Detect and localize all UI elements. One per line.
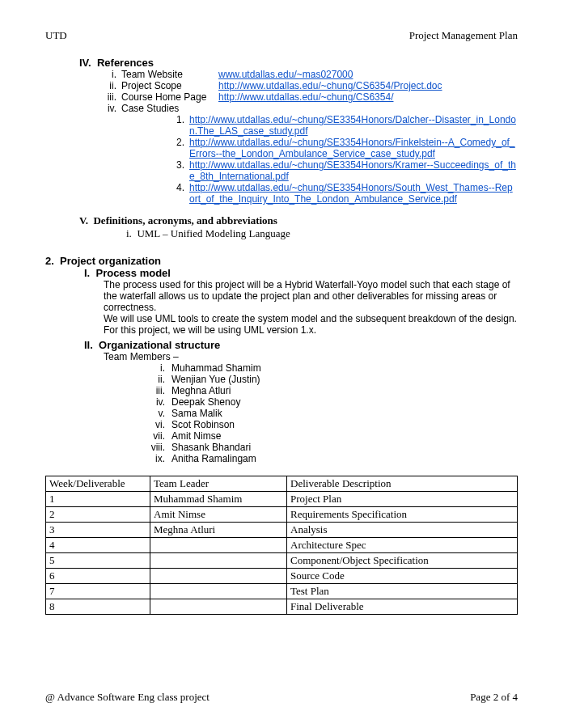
footer-left: @ Advance Software Eng class project (45, 691, 210, 704)
member-row: iii.Meghna Atluri (142, 385, 518, 396)
table-row: 5Component/Object Specification (46, 553, 518, 569)
table-row: 2Amit NimseRequirements Specification (46, 507, 518, 523)
header-right: Project Management Plan (409, 29, 518, 42)
member-name: Wenjian Yue (Justin) (171, 374, 260, 385)
page-header: UTD Project Management Plan (45, 29, 518, 42)
section-num: 2. (45, 255, 54, 267)
case-num: 1. (170, 114, 189, 137)
table-row: 4Architecture Spec (46, 538, 518, 553)
member-name: Amit Nimse (171, 430, 221, 442)
member-name: Muhammad Shamim (171, 362, 261, 374)
cell-leader (150, 538, 287, 553)
th-leader: Team Leader (150, 476, 287, 492)
member-name: Sama Malik (171, 408, 222, 419)
cell-leader (150, 584, 287, 599)
ref-item: iv. Case Studies (97, 103, 518, 114)
case-link[interactable]: http://www.utdallas.edu/~chung/SE3354Hon… (189, 137, 515, 159)
process-model-p2: We will use UML tools to create the syst… (104, 313, 518, 336)
ref-link[interactable]: http://www.utdallas.edu/~chung/CS6354/Pr… (218, 80, 442, 91)
member-num: v. (142, 408, 171, 419)
case-link[interactable]: http://www.utdallas.edu/~chung/SE3354Hon… (189, 159, 516, 182)
member-name: Deepak Shenoy (171, 396, 240, 408)
case-link[interactable]: http://www.utdallas.edu/~chung/SE3354Hon… (189, 182, 513, 205)
member-row: iv.Deepak Shenoy (142, 396, 518, 408)
member-name: Meghna Atluri (171, 385, 231, 396)
subsection-title: Process model (95, 267, 171, 279)
cell-week: 4 (46, 538, 150, 553)
cell-leader: Muhammad Shamim (150, 492, 287, 507)
cell-week: 1 (46, 492, 150, 507)
cell-desc: Requirements Specification (287, 507, 518, 523)
ref-label: Case Studies (121, 103, 218, 114)
section-project-org: 2. Project organization I. Process model… (45, 255, 518, 464)
member-num: vii. (142, 430, 171, 442)
member-num: viii. (142, 442, 171, 453)
ref-label: Team Website (121, 69, 218, 80)
member-num: i. (142, 362, 171, 374)
member-name: Scot Robinson (171, 419, 235, 430)
th-desc: Deliverable Description (287, 476, 518, 492)
section-title: Project organization (60, 255, 161, 267)
case-study-item: 1. http://www.utdallas.edu/~chung/SE3354… (170, 114, 518, 137)
case-num: 3. (170, 159, 189, 182)
team-members-list: i.Muhammad Shamim ii.Wenjian Yue (Justin… (142, 362, 518, 464)
cell-desc: Architecture Spec (287, 538, 518, 553)
section-title: References (97, 57, 154, 69)
ref-label: Course Home Page (121, 91, 218, 103)
member-name: Shasank Bhandari (171, 442, 251, 453)
cell-week: 5 (46, 553, 150, 569)
table-row: 3Meghna AtluriAnalysis (46, 523, 518, 538)
page-footer: @ Advance Software Eng class project Pag… (45, 691, 518, 704)
cell-week: 8 (46, 599, 150, 615)
member-row: vi.Scot Robinson (142, 419, 518, 430)
member-num: iv. (142, 396, 171, 408)
th-week: Week/Deliverable (46, 476, 150, 492)
case-link[interactable]: http://www.utdallas.edu/~chung/SE3354Hon… (189, 114, 516, 137)
cell-desc: Final Deliverable (287, 599, 518, 615)
section-num: V. (79, 214, 88, 226)
ref-label: Project Scope (121, 80, 218, 91)
ref-link[interactable]: www.utdallas.edu/~mas027000 (218, 69, 353, 80)
cell-leader (150, 599, 287, 615)
ref-item: iii. Course Home Page http://www.utdalla… (97, 91, 518, 103)
case-num: 2. (170, 137, 189, 159)
cell-leader (150, 569, 287, 584)
section-definitions: V. Definitions, acronyms, and abbreviati… (45, 214, 518, 240)
table-row: 1Muhammad ShamimProject Plan (46, 492, 518, 507)
footer-right: Page 2 of 4 (470, 691, 518, 704)
member-num: iii. (142, 385, 171, 396)
ref-link[interactable]: http://www.utdallas.edu/~chung/CS6354/ (218, 91, 393, 103)
table-row: 6Source Code (46, 569, 518, 584)
cell-leader: Meghna Atluri (150, 523, 287, 538)
cell-desc: Project Plan (287, 492, 518, 507)
subsection-num: II. (84, 339, 93, 351)
cell-leader: Amit Nimse (150, 507, 287, 523)
cell-week: 7 (46, 584, 150, 599)
member-name: Anitha Ramalingam (171, 453, 256, 464)
header-left: UTD (45, 29, 67, 42)
ref-num: iii. (97, 91, 121, 103)
cell-leader (150, 553, 287, 569)
section-title: Definitions, acronyms, and abbreviations (93, 214, 277, 226)
cell-desc: Component/Object Specification (287, 553, 518, 569)
case-studies-list: 1. http://www.utdallas.edu/~chung/SE3354… (170, 114, 518, 205)
ref-num: i. (97, 69, 121, 80)
member-row: i.Muhammad Shamim (142, 362, 518, 374)
table-header-row: Week/Deliverable Team Leader Deliverable… (46, 476, 518, 492)
table-row: 7Test Plan (46, 584, 518, 599)
deliverables-table: Week/Deliverable Team Leader Deliverable… (45, 476, 518, 615)
case-study-item: 4. http://www.utdallas.edu/~chung/SE3354… (170, 182, 518, 205)
member-num: ii. (142, 374, 171, 385)
member-row: vii.Amit Nimse (142, 430, 518, 442)
process-model-p1: The process used for this project will b… (104, 279, 518, 313)
subsection-title: Organizational structure (99, 339, 220, 351)
case-study-item: 2. http://www.utdallas.edu/~chung/SE3354… (170, 137, 518, 159)
member-row: viii.Shasank Bhandari (142, 442, 518, 453)
ref-item: i. Team Website www.utdallas.edu/~mas027… (97, 69, 518, 80)
member-num: ix. (142, 453, 171, 464)
cell-desc: Source Code (287, 569, 518, 584)
ref-num: iv. (97, 103, 121, 114)
member-num: vi. (142, 419, 171, 430)
cell-week: 2 (46, 507, 150, 523)
cell-desc: Analysis (287, 523, 518, 538)
